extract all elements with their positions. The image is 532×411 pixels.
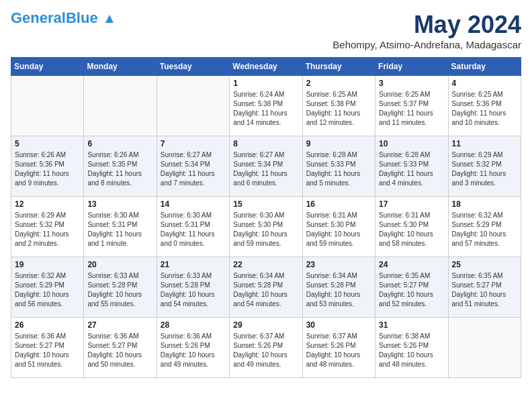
day-number: 30 (306, 320, 371, 330)
location-subtitle: Behompy, Atsimo-Andrefana, Madagascar (332, 39, 521, 50)
day-details: Sunrise: 6:29 AM Sunset: 5:32 PM Dayligh… (15, 211, 80, 248)
day-number: 24 (379, 260, 444, 269)
calendar-day-cell: 11Sunrise: 6:29 AM Sunset: 5:32 PM Dayli… (448, 136, 521, 197)
calendar-day-cell (157, 76, 229, 136)
day-number: 12 (15, 199, 80, 209)
day-details: Sunrise: 6:35 AM Sunset: 5:27 PM Dayligh… (452, 271, 517, 309)
day-details: Sunrise: 6:30 AM Sunset: 5:30 PM Dayligh… (233, 211, 298, 248)
day-number: 2 (306, 79, 371, 88)
calendar-day-cell: 19Sunrise: 6:32 AM Sunset: 5:29 PM Dayli… (11, 257, 84, 318)
day-number: 17 (379, 199, 444, 209)
col-header-friday: Friday (375, 58, 448, 76)
day-details: Sunrise: 6:29 AM Sunset: 5:32 PM Dayligh… (452, 150, 517, 188)
calendar-week-row: 1Sunrise: 6:24 AM Sunset: 5:38 PM Daylig… (11, 76, 521, 136)
day-number: 28 (161, 320, 226, 330)
day-details: Sunrise: 6:28 AM Sunset: 5:33 PM Dayligh… (306, 150, 371, 188)
day-number: 14 (161, 199, 226, 209)
logo: GeneralBlue (11, 11, 116, 26)
day-details: Sunrise: 6:25 AM Sunset: 5:38 PM Dayligh… (306, 90, 371, 128)
day-details: Sunrise: 6:24 AM Sunset: 5:38 PM Dayligh… (233, 90, 298, 128)
calendar-table: SundayMondayTuesdayWednesdayThursdayFrid… (11, 57, 521, 378)
calendar-day-cell: 7Sunrise: 6:27 AM Sunset: 5:34 PM Daylig… (157, 136, 229, 197)
day-details: Sunrise: 6:25 AM Sunset: 5:37 PM Dayligh… (379, 90, 444, 128)
day-number: 20 (87, 260, 152, 269)
col-header-thursday: Thursday (302, 58, 375, 76)
calendar-day-cell: 27Sunrise: 6:36 AM Sunset: 5:27 PM Dayli… (84, 318, 157, 378)
day-number: 11 (452, 139, 517, 148)
day-number: 22 (233, 260, 298, 269)
calendar-day-cell: 6Sunrise: 6:26 AM Sunset: 5:35 PM Daylig… (84, 136, 157, 197)
calendar-day-cell (84, 76, 157, 136)
day-number: 29 (233, 320, 298, 330)
day-details: Sunrise: 6:26 AM Sunset: 5:35 PM Dayligh… (87, 150, 152, 188)
calendar-day-cell: 10Sunrise: 6:28 AM Sunset: 5:33 PM Dayli… (375, 136, 448, 197)
col-header-tuesday: Tuesday (157, 58, 229, 76)
day-number: 1 (233, 79, 298, 88)
day-number: 31 (379, 320, 444, 330)
calendar-week-row: 12Sunrise: 6:29 AM Sunset: 5:32 PM Dayli… (11, 197, 521, 257)
calendar-day-cell: 23Sunrise: 6:34 AM Sunset: 5:28 PM Dayli… (302, 257, 375, 318)
calendar-day-cell: 13Sunrise: 6:30 AM Sunset: 5:31 PM Dayli… (84, 197, 157, 257)
day-number: 25 (452, 260, 517, 269)
day-details: Sunrise: 6:34 AM Sunset: 5:28 PM Dayligh… (306, 271, 371, 309)
calendar-day-cell: 15Sunrise: 6:30 AM Sunset: 5:30 PM Dayli… (230, 197, 302, 257)
calendar-day-cell: 18Sunrise: 6:32 AM Sunset: 5:29 PM Dayli… (448, 197, 521, 257)
calendar-day-cell: 1Sunrise: 6:24 AM Sunset: 5:38 PM Daylig… (230, 76, 302, 136)
calendar-day-cell: 3Sunrise: 6:25 AM Sunset: 5:37 PM Daylig… (375, 76, 448, 136)
day-details: Sunrise: 6:36 AM Sunset: 5:27 PM Dayligh… (15, 332, 80, 369)
day-number: 15 (233, 199, 298, 209)
day-number: 9 (306, 139, 371, 148)
day-number: 10 (379, 139, 444, 148)
day-number: 27 (87, 320, 152, 330)
day-number: 5 (15, 139, 80, 148)
logo-text: GeneralBlue (11, 11, 116, 26)
day-number: 16 (306, 199, 371, 209)
calendar-header-row: SundayMondayTuesdayWednesdayThursdayFrid… (11, 58, 521, 76)
calendar-day-cell: 9Sunrise: 6:28 AM Sunset: 5:33 PM Daylig… (302, 136, 375, 197)
col-header-saturday: Saturday (448, 58, 521, 76)
calendar-day-cell: 2Sunrise: 6:25 AM Sunset: 5:38 PM Daylig… (302, 76, 375, 136)
day-details: Sunrise: 6:33 AM Sunset: 5:28 PM Dayligh… (87, 271, 152, 309)
calendar-day-cell: 25Sunrise: 6:35 AM Sunset: 5:27 PM Dayli… (448, 257, 521, 318)
day-number: 8 (233, 139, 298, 148)
day-details: Sunrise: 6:35 AM Sunset: 5:27 PM Dayligh… (379, 271, 444, 309)
day-details: Sunrise: 6:34 AM Sunset: 5:28 PM Dayligh… (233, 271, 298, 309)
day-details: Sunrise: 6:27 AM Sunset: 5:34 PM Dayligh… (233, 150, 298, 188)
calendar-week-row: 19Sunrise: 6:32 AM Sunset: 5:29 PM Dayli… (11, 257, 521, 318)
month-year-title: May 2024 (332, 11, 521, 39)
calendar-day-cell: 28Sunrise: 6:36 AM Sunset: 5:26 PM Dayli… (157, 318, 229, 378)
day-number: 7 (161, 139, 226, 148)
logo-general: General (11, 9, 66, 26)
day-number: 6 (87, 139, 152, 148)
day-details: Sunrise: 6:37 AM Sunset: 5:26 PM Dayligh… (306, 332, 371, 369)
day-number: 26 (15, 320, 80, 330)
calendar-day-cell: 16Sunrise: 6:31 AM Sunset: 5:30 PM Dayli… (302, 197, 375, 257)
calendar-day-cell: 14Sunrise: 6:30 AM Sunset: 5:31 PM Dayli… (157, 197, 229, 257)
day-details: Sunrise: 6:37 AM Sunset: 5:26 PM Dayligh… (233, 332, 298, 369)
day-details: Sunrise: 6:36 AM Sunset: 5:27 PM Dayligh… (87, 332, 152, 369)
calendar-day-cell: 4Sunrise: 6:25 AM Sunset: 5:36 PM Daylig… (448, 76, 521, 136)
day-number: 18 (452, 199, 517, 209)
calendar-week-row: 5Sunrise: 6:26 AM Sunset: 5:36 PM Daylig… (11, 136, 521, 197)
calendar-day-cell: 12Sunrise: 6:29 AM Sunset: 5:32 PM Dayli… (11, 197, 84, 257)
calendar-day-cell (448, 318, 521, 378)
day-number: 23 (306, 260, 371, 269)
logo-icon (103, 13, 116, 25)
calendar-day-cell: 17Sunrise: 6:31 AM Sunset: 5:30 PM Dayli… (375, 197, 448, 257)
calendar-day-cell: 21Sunrise: 6:33 AM Sunset: 5:28 PM Dayli… (157, 257, 229, 318)
col-header-sunday: Sunday (11, 58, 84, 76)
day-number: 19 (15, 260, 80, 269)
svg-marker-0 (105, 15, 114, 23)
calendar-day-cell: 8Sunrise: 6:27 AM Sunset: 5:34 PM Daylig… (230, 136, 302, 197)
col-header-wednesday: Wednesday (230, 58, 302, 76)
day-details: Sunrise: 6:33 AM Sunset: 5:28 PM Dayligh… (161, 271, 226, 309)
calendar-day-cell: 24Sunrise: 6:35 AM Sunset: 5:27 PM Dayli… (375, 257, 448, 318)
day-details: Sunrise: 6:26 AM Sunset: 5:36 PM Dayligh… (15, 150, 80, 188)
day-number: 3 (379, 79, 444, 88)
calendar-day-cell: 20Sunrise: 6:33 AM Sunset: 5:28 PM Dayli… (84, 257, 157, 318)
day-details: Sunrise: 6:28 AM Sunset: 5:33 PM Dayligh… (379, 150, 444, 188)
day-details: Sunrise: 6:36 AM Sunset: 5:26 PM Dayligh… (161, 332, 226, 369)
title-block: May 2024 Behompy, Atsimo-Andrefana, Mada… (332, 11, 521, 50)
day-number: 4 (452, 79, 517, 88)
logo-blue: Blue (66, 9, 98, 26)
